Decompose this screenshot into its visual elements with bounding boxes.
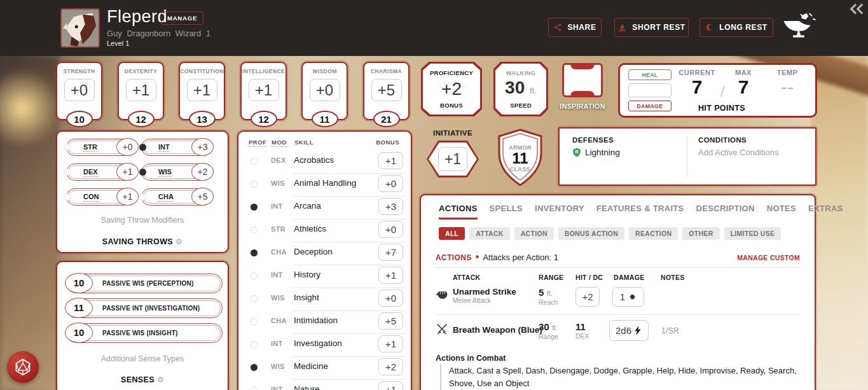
short-rest-button[interactable]: SHORT REST <box>614 18 689 37</box>
proficiency-top-label: PROFICIENCY <box>430 69 473 76</box>
attack-name: Breath Weapon (Blue) <box>453 325 542 335</box>
manage-button[interactable]: MANAGE <box>161 11 203 25</box>
filter-reaction[interactable]: REACTION <box>629 227 678 240</box>
damage-button[interactable]: DAMAGE <box>628 101 672 111</box>
skill-row-animal-handling[interactable]: WIS Animal Handling +0 <box>246 174 406 197</box>
tab-extras[interactable]: EXTRAS <box>808 204 843 219</box>
attack-range: 30 ft. Range <box>539 321 558 340</box>
hp-temp-value[interactable]: -- <box>768 76 807 98</box>
save-value: +1 <box>116 188 139 205</box>
tab-inventory[interactable]: INVENTORY <box>535 204 584 219</box>
speed-value[interactable]: 30 ft. <box>505 80 537 99</box>
initiative-label: INITIATIVE <box>422 129 483 137</box>
action-filter-bar: ALL ATTACK ACTION BONUS ACTION REACTION … <box>439 227 781 240</box>
saving-throw-str[interactable]: STR +0 <box>66 139 137 156</box>
character-level: Level 1 <box>107 39 129 47</box>
damage-box[interactable]: 2d6 <box>609 320 649 341</box>
gear-icon[interactable]: ⚙ <box>176 237 183 246</box>
actions-in-combat-title: Actions in Combat <box>436 354 506 363</box>
divider <box>687 136 687 177</box>
skill-bonus: +0 <box>378 221 403 238</box>
short-rest-label: SHORT REST <box>632 23 685 32</box>
skill-row-acrobatics[interactable]: DEX Acrobatics +1 <box>246 151 406 174</box>
d20-icon <box>14 358 32 376</box>
filter-action[interactable]: ACTION <box>514 227 554 240</box>
actions-in-combat-text: Attack, Cast a Spell, Dash, Disengage, D… <box>440 365 803 390</box>
skill-name: Intimidation <box>294 316 338 325</box>
heal-button[interactable]: HEAL <box>628 69 672 80</box>
proficiency-dot <box>64 169 71 176</box>
attack-row-breath-weapon[interactable]: Breath Weapon (Blue) <box>453 325 542 335</box>
ability-modifier[interactable]: +1 <box>126 79 156 101</box>
tab-notes[interactable]: NOTES <box>767 204 796 219</box>
share-button[interactable]: SHARE <box>548 18 602 37</box>
avatar[interactable] <box>60 8 100 48</box>
saving-throw-dex[interactable]: DEX +1 <box>66 164 137 181</box>
inspiration-box[interactable] <box>562 63 603 97</box>
passive-investigation: 11 PASSIVE INT (INVESTIGATION) <box>66 298 223 318</box>
skill-row-history[interactable]: INT History +1 <box>246 265 406 288</box>
save-abbr: DEX <box>83 168 98 177</box>
skill-row-nature[interactable]: INT Nature +1 <box>246 380 406 390</box>
armor-class-card: ARMOR 11 CLASS <box>495 128 545 188</box>
defense-item-lightning[interactable]: R Lightning <box>572 148 620 157</box>
ability-dexterity: DEXTERITY +1 12 <box>118 62 164 120</box>
initiative-value[interactable]: +1 <box>438 147 467 171</box>
skill-row-investigation[interactable]: INT Investigation +1 <box>246 334 406 357</box>
hp-current-label: CURRENT <box>677 69 717 76</box>
range-kind: Range <box>539 333 558 340</box>
manage-custom-link[interactable]: MANAGE CUSTOM <box>737 254 800 261</box>
character-sheet: Fleperd MANAGE Guy Dragonborn Wizard 1 L… <box>0 0 868 390</box>
ability-modifier[interactable]: +0 <box>310 79 340 101</box>
proficiency-dot <box>251 181 258 188</box>
filter-all[interactable]: ALL <box>439 227 465 240</box>
sense-label: PASSIVE WIS (PERCEPTION) <box>102 280 194 287</box>
proficiency-dot <box>139 193 146 200</box>
ability-modifier[interactable]: +1 <box>187 79 217 101</box>
attack-row-unarmed-strike[interactable]: Unarmed Strike Melee Attack <box>453 287 516 304</box>
save-value: +5 <box>191 188 214 205</box>
add-conditions-placeholder[interactable]: Add Active Conditions <box>698 148 778 157</box>
tab-features-traits[interactable]: FEATURES & TRAITS <box>596 204 684 219</box>
damage-box[interactable]: 1 <box>612 287 644 307</box>
skills-header-bonus: BONUS <box>376 139 399 146</box>
ability-modifier[interactable]: +1 <box>249 79 279 101</box>
hp-adjust-input[interactable] <box>628 83 672 97</box>
hp-separator: / <box>720 83 725 101</box>
saving-throw-cha[interactable]: CHA +5 <box>141 188 212 205</box>
saving-throw-int[interactable]: INT +3 <box>141 139 212 156</box>
character-summary: Guy Dragonborn Wizard 1 <box>107 29 210 38</box>
saving-throw-con[interactable]: CON +1 <box>66 188 137 205</box>
skill-row-medicine[interactable]: WIS Medicine +2 <box>246 357 406 380</box>
filter-attack[interactable]: ATTACK <box>469 227 509 240</box>
skill-mod: INT <box>271 386 283 390</box>
skill-row-arcana[interactable]: INT Arcana +3 <box>246 197 406 219</box>
filter-bonus-action[interactable]: BONUS ACTION <box>558 227 624 240</box>
filter-other[interactable]: OTHER <box>682 227 719 240</box>
ability-modifier[interactable]: +5 <box>371 79 402 101</box>
tab-actions[interactable]: ACTIONS <box>439 204 478 219</box>
ability-score: 13 <box>189 111 216 127</box>
ability-modifier[interactable]: +0 <box>64 79 95 101</box>
saving-throw-wis[interactable]: WIS +2 <box>141 164 212 181</box>
proficiency-dot <box>64 144 71 151</box>
skills-card: PROF MOD SKILL BONUS DEX Acrobatics +1 W… <box>237 130 412 390</box>
long-rest-button[interactable]: LONG REST <box>699 18 773 37</box>
hp-current-value[interactable]: 7 <box>677 76 717 98</box>
col-damage: DAMAGE <box>614 274 644 281</box>
skill-row-insight[interactable]: WIS Insight +0 <box>246 288 406 311</box>
gear-icon[interactable]: ⚙ <box>157 375 164 384</box>
collapse-sidebar-icon[interactable] <box>849 3 864 15</box>
tab-spells[interactable]: SPELLS <box>490 204 523 219</box>
skill-bonus: +5 <box>378 312 403 330</box>
skill-row-deception[interactable]: CHA Deception +7 <box>246 242 406 265</box>
skill-name: History <box>294 270 320 279</box>
tab-description[interactable]: DESCRIPTION <box>696 204 755 219</box>
proficiency-value: +2 <box>441 81 462 97</box>
filter-limited-use[interactable]: LIMITED USE <box>724 227 782 240</box>
dice-roller-button[interactable] <box>7 351 39 383</box>
skill-row-intimidation[interactable]: CHA Intimidation +5 <box>246 311 406 334</box>
builder-anvil-icon[interactable] <box>781 11 818 42</box>
to-hit-box[interactable]: +2 <box>575 287 600 307</box>
skill-row-athletics[interactable]: STR Athletics +0 <box>246 219 406 242</box>
